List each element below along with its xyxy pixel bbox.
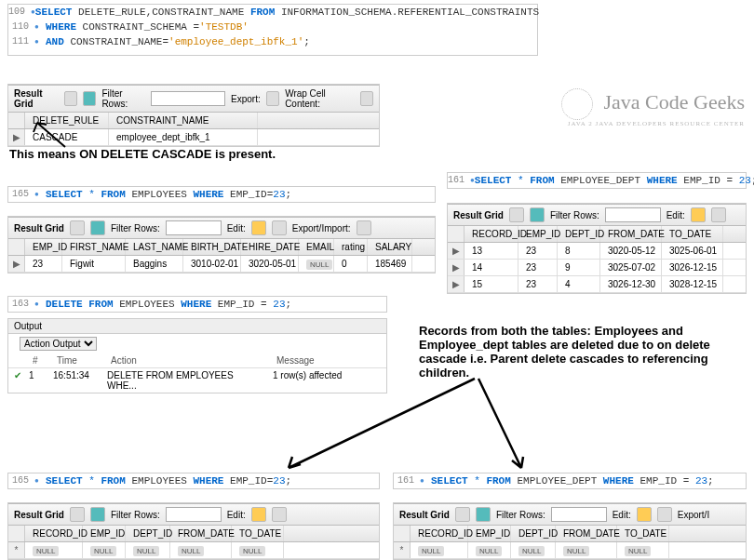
col-header[interactable]: EMP_ID [83, 526, 126, 541]
cell: 14 [465, 260, 518, 275]
filter-input[interactable] [166, 220, 222, 235]
row-marker-icon: * [8, 542, 25, 558]
edit-icon[interactable] [691, 207, 706, 222]
filter-input[interactable] [151, 91, 225, 106]
row-marker-icon: ▶ [448, 260, 465, 275]
refresh-icon[interactable] [476, 507, 491, 522]
output-type-select[interactable]: Action Output [20, 337, 97, 351]
edit-icon-2[interactable] [711, 207, 726, 222]
sql-editor-top[interactable]: 109●SELECT DELETE_RULE,CONSTRAINT_NAME F… [7, 4, 538, 56]
col-header[interactable]: TO_DATE [617, 526, 669, 541]
col-header[interactable]: FIRST_NAME [62, 239, 126, 255]
col-header[interactable]: TO_DATE [662, 226, 723, 242]
cell: 3026-12-15 [662, 260, 723, 275]
edit-icon-2[interactable] [657, 507, 672, 522]
col-header[interactable]: TO_DATE [232, 526, 284, 541]
table-row[interactable]: ▶CASCADEemployee_dept_ibfk_1 [8, 129, 379, 146]
col-header[interactable]: RECORD_ID [411, 526, 468, 541]
wrap-icon[interactable] [360, 91, 373, 106]
col-header[interactable]: EMP_ID [25, 239, 62, 255]
col-time: Time [57, 355, 103, 366]
annotation-2: Records from both the tables: Employees … [419, 324, 726, 380]
table-row[interactable]: ▶23FigwitBaggins3010-02-013020-05-01NULL… [8, 256, 435, 273]
edit-icon[interactable] [251, 220, 266, 235]
filter-input[interactable] [166, 507, 222, 522]
col-header[interactable]: CONSTRAINT_NAME [109, 113, 258, 128]
sql-editor-emp-select[interactable]: 165●SELECT * FROM EMPLOYEES WHERE EMP_ID… [7, 186, 436, 203]
sql-text[interactable]: SELECT * FROM EMPLOYEE_DEPT WHERE EMP_ID… [475, 174, 754, 187]
grid-icon[interactable] [509, 207, 524, 222]
refresh-icon[interactable] [83, 91, 96, 106]
output-row[interactable]: ✔ 1 16:51:34 DELETE FROM EMPLOYEES WHE..… [8, 368, 386, 393]
grid-icon[interactable] [70, 507, 85, 522]
cell: NULL [617, 542, 669, 558]
sql-text[interactable]: SELECT * FROM EMPLOYEES WHERE EMP_ID=23; [46, 188, 291, 201]
col-header[interactable]: BIRTH_DATE [183, 239, 241, 255]
filter-input[interactable] [551, 507, 607, 522]
export-import-icon[interactable] [357, 220, 371, 235]
filter-label: Filter Rows: [101, 88, 145, 109]
grid-icon[interactable] [64, 91, 77, 106]
cell: 3025-06-01 [662, 243, 723, 259]
sql-editor-delete[interactable]: 163●DELETE FROM EMPLOYEES WHERE EMP_ID =… [7, 296, 387, 313]
sql-editor-emp-after[interactable]: 165●SELECT * FROM EMPLOYEES WHERE EMP_ID… [7, 473, 380, 489]
filter-label: Filter Rows: [111, 510, 160, 520]
col-header[interactable]: EMAIL [299, 239, 334, 255]
grid-header: RECORD_IDEMP_IDDEPT_IDFROM_DATETO_DATE [8, 526, 379, 542]
col-header[interactable]: FROM_DATE [556, 526, 617, 541]
annotation-1: This means ON DELETE CASCADE is present. [9, 147, 276, 161]
sql-text[interactable]: SELECT DELETE_RULE,CONSTRAINT_NAME FROM … [35, 6, 539, 19]
col-header[interactable]: DEPT_ID [558, 226, 600, 242]
cell: NULL [299, 256, 334, 272]
refresh-icon[interactable] [90, 220, 105, 235]
filter-label: Filter Rows: [496, 510, 545, 520]
col-header[interactable]: LAST_NAME [126, 239, 183, 255]
col-header[interactable]: HIRE_DATE [241, 239, 299, 255]
edit-icon-2[interactable] [272, 507, 287, 522]
refresh-icon[interactable] [90, 507, 105, 522]
out-idx: 1 [29, 370, 46, 391]
sql-editor-dept-after[interactable]: 161●SELECT * FROM EMPLOYEE_DEPT WHERE EM… [393, 473, 747, 489]
col-header[interactable]: RECORD_ID [25, 526, 83, 541]
cell: NULL [232, 542, 284, 558]
export-icon[interactable] [266, 91, 279, 106]
logo-text: Java Code Geeks [603, 90, 745, 113]
line-number: 163 [8, 298, 34, 311]
col-header[interactable]: SALARY [368, 239, 412, 255]
null-badge: NULL [418, 546, 444, 556]
col-header[interactable]: FROM_DATE [170, 526, 232, 541]
sql-text[interactable]: WHERE CONSTRAINT_SCHEMA ='TESTDB' [46, 20, 249, 33]
grid-icon[interactable] [455, 507, 470, 522]
result-grid-label: Result Grid [14, 510, 64, 520]
col-header[interactable]: rating [334, 239, 368, 255]
table-row-empty[interactable]: *NULLNULLNULLNULLNULL [8, 542, 379, 559]
cell: 4 [558, 276, 600, 292]
table-row[interactable]: ▶142393025-07-023026-12-15 [448, 260, 746, 276]
cell: NULL [411, 542, 468, 558]
sql-text[interactable]: SELECT * FROM EMPLOYEE_DEPT WHERE EMP_ID… [431, 474, 714, 487]
col-header[interactable]: DEPT_ID [511, 526, 556, 541]
sql-text[interactable]: DELETE FROM EMPLOYEES WHERE EMP_ID = 23; [46, 298, 291, 311]
bullet-icon: ● [34, 298, 46, 311]
table-row[interactable]: ▶132383020-05-123025-06-01 [448, 243, 746, 260]
sql-editor-dept-select[interactable]: 161●SELECT * FROM EMPLOYEE_DEPT WHERE EM… [447, 172, 747, 189]
grid-icon[interactable] [70, 220, 85, 235]
col-header[interactable]: EMP_ID [518, 226, 558, 242]
sql-text[interactable]: SELECT * FROM EMPLOYEES WHERE EMP_ID=23; [46, 474, 291, 487]
edit-icon[interactable] [637, 507, 652, 522]
table-row[interactable]: ▶152343026-12-303028-12-15 [448, 276, 746, 293]
sql-text[interactable]: AND CONSTRAINT_NAME='employee_dept_ibfk_… [46, 35, 310, 48]
result-panel-emp-after: Result Grid Filter Rows: Edit: RECORD_ID… [7, 502, 380, 560]
col-header[interactable]: EMP_ID [468, 526, 511, 541]
col-header[interactable]: DELETE_RULE [25, 113, 109, 128]
edit-icon-2[interactable] [272, 220, 287, 235]
col-header[interactable]: FROM_DATE [600, 226, 662, 242]
col-header[interactable]: DEPT_ID [126, 526, 170, 541]
output-title: Output [8, 319, 386, 334]
table-row-empty[interactable]: *NULLNULLNULLNULLNULL [394, 542, 746, 559]
col-header[interactable]: RECORD_ID [465, 226, 518, 242]
filter-input[interactable] [605, 207, 661, 222]
line-number: 161 [448, 174, 470, 187]
edit-icon[interactable] [251, 507, 266, 522]
refresh-icon[interactable] [530, 207, 545, 222]
